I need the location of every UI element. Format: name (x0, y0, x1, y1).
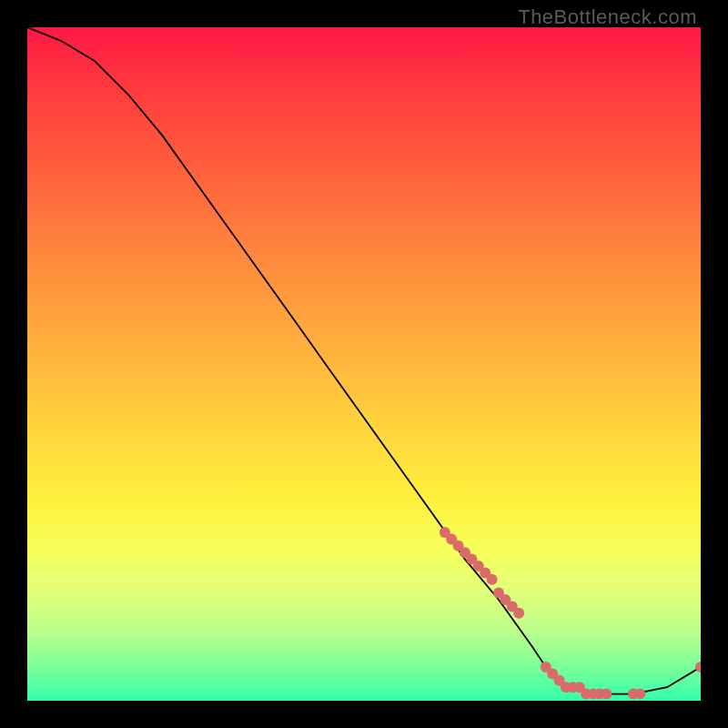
gradient-background (27, 27, 701, 701)
chart-area (27, 27, 701, 701)
watermark-text: TheBottleneck.com (518, 5, 697, 29)
